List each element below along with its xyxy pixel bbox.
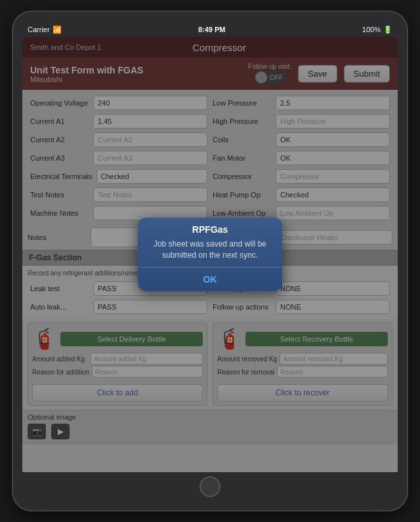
battery-icon: 🔋: [383, 26, 392, 34]
status-left: Carrier 📶: [28, 26, 62, 34]
status-right: 100% 🔋: [362, 26, 392, 34]
home-button[interactable]: [200, 476, 220, 497]
carrier-label: Carrier: [28, 26, 50, 33]
modal-ok-button[interactable]: OK: [138, 268, 282, 291]
modal-title: RPFGas: [138, 218, 282, 239]
battery-label: 100%: [362, 26, 381, 33]
time-display: 8:49 PM: [198, 26, 226, 33]
screen: Smith and Co Depot 1 Compressor Unit Tes…: [22, 37, 398, 472]
modal-overlay: RPFGas Job sheet was saved and will be s…: [22, 37, 398, 472]
wifi-icon: 📶: [52, 26, 62, 34]
status-bar: Carrier 📶 8:49 PM 100% 🔋: [22, 25, 398, 37]
ipad-frame: Carrier 📶 8:49 PM 100% 🔋 Smith and Co De…: [13, 12, 407, 510]
modal-message: Job sheet was saved and will be submitte…: [138, 239, 282, 268]
alert-modal: RPFGas Job sheet was saved and will be s…: [138, 218, 282, 292]
